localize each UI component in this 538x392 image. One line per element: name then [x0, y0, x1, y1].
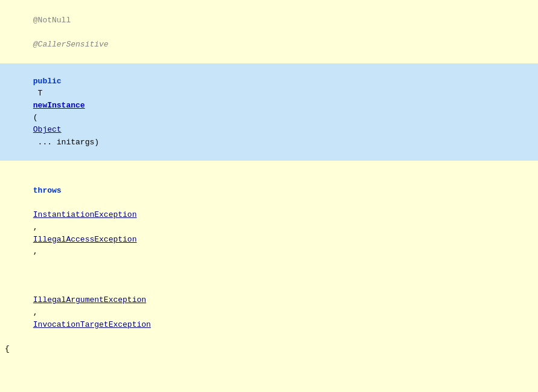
- annotation-callersensitive: @CallerSensitive: [33, 40, 109, 49]
- exc-illegalarg: IllegalArgumentException: [33, 295, 146, 304]
- line-annotations: @NotNull @CallerSensitive: [0, 2, 538, 63]
- line-open-brace: {: [0, 343, 538, 355]
- line-throws2: IllegalArgumentException , InvocationTar…: [0, 270, 538, 343]
- exc-invocation: InvocationTargetException: [33, 320, 151, 329]
- keyword-throws: throws: [33, 186, 62, 195]
- line-blank-1: [0, 355, 538, 367]
- line-throws1: throws InstantiationException , IllegalA…: [0, 161, 538, 270]
- method-newinstance: newInstance: [33, 101, 85, 110]
- line-if-override: if (! override ) {: [0, 367, 538, 392]
- type-object: Object: [33, 125, 62, 134]
- exc-instantiation: InstantiationException: [33, 210, 137, 219]
- keyword-public: public: [33, 77, 62, 86]
- annotation-notnull: @NotNull: [33, 16, 71, 25]
- line-method-signature: public T newInstance ( Object ... initar…: [0, 63, 538, 161]
- exc-illegalaccess: IllegalAccessException: [33, 235, 137, 244]
- code-editor: @NotNull @CallerSensitive public T newIn…: [0, 0, 538, 392]
